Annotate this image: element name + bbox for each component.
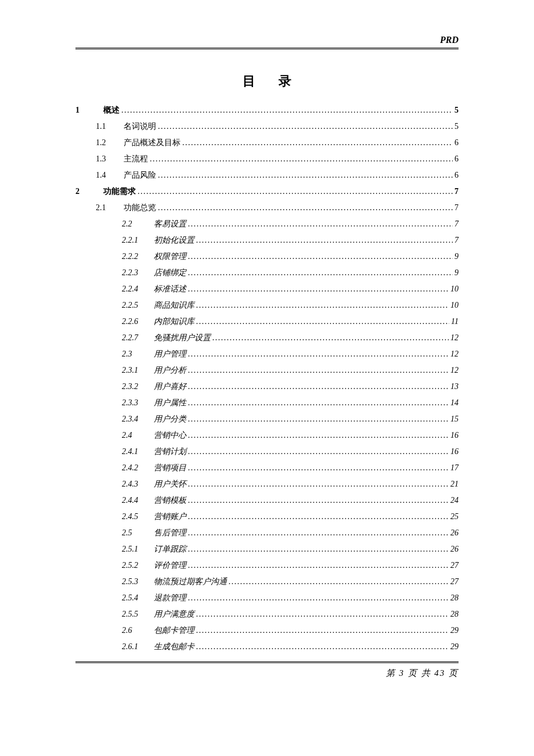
toc-leader-dots — [196, 301, 449, 309]
toc-entry-label: 用户分类 — [154, 415, 186, 423]
toc-entry-label: 客易设置 — [154, 220, 186, 228]
toc-entry[interactable]: 2.2.6内部知识库11 — [75, 318, 459, 326]
toc-leader-dots — [150, 155, 453, 163]
toc-entry[interactable]: 2.2.4标准话述10 — [75, 285, 459, 293]
toc-leader-dots — [138, 188, 453, 196]
toc-entry[interactable]: 2.4.3用户关怀21 — [75, 480, 459, 488]
toc-entry[interactable]: 2.4.1营销计划16 — [75, 448, 459, 456]
toc-entry[interactable]: 2.3.1用户分析12 — [75, 366, 459, 375]
toc-entry-number: 2.4.5 — [122, 513, 154, 521]
toc-leader-dots — [188, 350, 449, 358]
toc-leader-dots — [188, 480, 449, 488]
toc-entry-number: 2.5 — [122, 529, 154, 537]
toc-entry[interactable]: 2.4.5营销账户25 — [75, 513, 459, 521]
toc-entry[interactable]: 2功能需求7 — [75, 188, 459, 196]
toc-entry[interactable]: 2.2.5商品知识库10 — [75, 301, 459, 309]
toc-entry-label: 产品风险 — [124, 171, 156, 179]
toc-entry[interactable]: 2.3.4用户分类15 — [75, 415, 459, 423]
toc-leader-dots — [182, 139, 453, 147]
toc-entry[interactable]: 2.4.2营销项目17 — [75, 464, 459, 472]
toc-leader-dots — [188, 545, 449, 553]
toc-entry[interactable]: 2.5售后管理26 — [75, 529, 459, 537]
toc-leader-dots — [212, 334, 449, 342]
toc-entry[interactable]: 1.2产品概述及目标6 — [75, 139, 459, 147]
toc-leader-dots — [196, 610, 449, 618]
toc-entry-number: 2.5.2 — [122, 561, 154, 570]
toc-entry[interactable]: 2.3.3用户属性14 — [75, 399, 459, 407]
toc-entry-page: 14 — [450, 399, 459, 407]
toc-entry-page: 16 — [450, 448, 459, 456]
toc-entry[interactable]: 2.2.7免骚扰用户设置12 — [75, 334, 459, 342]
toc-entry[interactable]: 2.4.4营销模板24 — [75, 496, 459, 505]
toc-entry[interactable]: 2.3用户管理12 — [75, 350, 459, 358]
toc-entry-number: 2.2 — [122, 220, 154, 228]
toc-entry[interactable]: 2.4营销中心16 — [75, 431, 459, 440]
toc-leader-dots — [188, 415, 449, 423]
table-of-contents: 1概述51.1名词说明51.2产品概述及目标61.3主流程61.4产品风险62功… — [75, 106, 459, 651]
toc-entry-label: 评价管理 — [154, 561, 186, 570]
toc-entry[interactable]: 2.5.4退款管理28 — [75, 594, 459, 602]
toc-entry-number: 2.4 — [122, 431, 154, 440]
toc-entry[interactable]: 2.5.2评价管理27 — [75, 561, 459, 570]
toc-entry-label: 权限管理 — [154, 253, 186, 261]
toc-entry[interactable]: 2.2客易设置7 — [75, 220, 459, 228]
toc-entry-label: 概述 — [103, 106, 120, 114]
toc-entry-page: 27 — [450, 561, 459, 570]
toc-entry-page: 7 — [454, 236, 459, 244]
toc-leader-dots — [229, 578, 449, 586]
toc-entry-label: 用户关怀 — [154, 480, 186, 488]
toc-entry-label: 内部知识库 — [154, 318, 194, 326]
toc-entry-number: 2 — [75, 188, 103, 196]
toc-entry-number: 2.3 — [122, 350, 154, 358]
toc-entry-label: 用户满意度 — [154, 610, 194, 618]
toc-entry-page: 26 — [450, 545, 459, 553]
toc-entry[interactable]: 2.1功能总览7 — [75, 204, 459, 212]
toc-leader-dots — [188, 448, 449, 456]
toc-leader-dots — [188, 464, 449, 472]
toc-entry-number: 2.5.1 — [122, 545, 154, 553]
toc-entry[interactable]: 2.5.5用户满意度28 — [75, 610, 459, 618]
toc-leader-dots — [196, 643, 449, 651]
toc-entry[interactable]: 1.4产品风险6 — [75, 171, 459, 179]
toc-entry[interactable]: 2.6.1生成包邮卡29 — [75, 643, 459, 651]
toc-leader-dots — [188, 220, 453, 228]
toc-entry-page: 7 — [454, 220, 459, 228]
toc-entry[interactable]: 2.5.1订单跟踪26 — [75, 545, 459, 553]
toc-entry-number: 2.1 — [96, 204, 124, 212]
toc-entry-page: 29 — [450, 627, 459, 635]
toc-entry-number: 2.5.5 — [122, 610, 154, 618]
toc-entry-page: 7 — [454, 204, 459, 212]
toc-entry-label: 功能需求 — [103, 188, 136, 196]
toc-entry-page: 28 — [450, 610, 459, 618]
toc-leader-dots — [188, 431, 449, 440]
toc-entry-label: 店铺绑定 — [154, 269, 186, 277]
toc-title: 目录 — [75, 73, 459, 90]
toc-entry-number: 2.3.3 — [122, 399, 154, 407]
toc-entry-number: 2.3.2 — [122, 383, 154, 391]
toc-entry[interactable]: 1.1名词说明5 — [75, 123, 459, 131]
toc-entry-label: 名词说明 — [124, 123, 156, 131]
toc-entry-page: 16 — [450, 431, 459, 440]
toc-leader-dots — [188, 529, 449, 537]
toc-entry-label: 用户喜好 — [154, 383, 186, 391]
toc-entry-label: 功能总览 — [124, 204, 156, 212]
toc-entry-page: 25 — [450, 513, 459, 521]
toc-entry[interactable]: 1概述5 — [75, 106, 459, 114]
toc-entry[interactable]: 2.6包邮卡管理29 — [75, 627, 459, 635]
toc-entry-number: 2.2.5 — [122, 301, 154, 309]
toc-leader-dots — [188, 366, 449, 375]
toc-entry[interactable]: 2.3.2用户喜好13 — [75, 383, 459, 391]
toc-entry-label: 产品概述及目标 — [124, 139, 181, 147]
toc-entry-number: 1.3 — [96, 155, 124, 163]
toc-entry[interactable]: 1.3主流程6 — [75, 155, 459, 163]
toc-entry-page: 6 — [454, 171, 459, 179]
toc-entry-label: 物流预过期客户沟通 — [154, 578, 227, 586]
toc-entry[interactable]: 2.2.2权限管理9 — [75, 253, 459, 261]
toc-leader-dots — [158, 171, 453, 179]
toc-entry[interactable]: 2.2.3店铺绑定9 — [75, 269, 459, 277]
header-rule — [75, 48, 459, 49]
toc-entry[interactable]: 2.2.1初始化设置7 — [75, 236, 459, 244]
toc-entry-number: 2.5.3 — [122, 578, 154, 586]
toc-entry[interactable]: 2.5.3物流预过期客户沟通27 — [75, 578, 459, 586]
header-label: PRD — [440, 35, 459, 45]
